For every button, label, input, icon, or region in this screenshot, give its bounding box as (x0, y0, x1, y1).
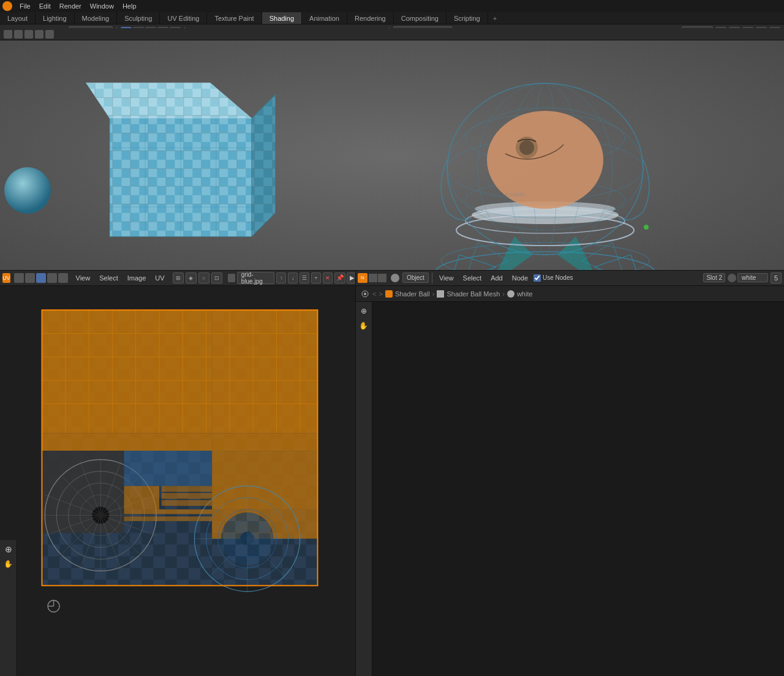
uv-view2-icon[interactable]: ⊡ (211, 272, 222, 284)
uv-img-browse[interactable]: ☰ (300, 272, 309, 284)
uv-editor-panel: UV View Select Image UV ⊞ ◈ ○ ⊡ grid-blu… (0, 270, 355, 676)
uv-forward-icon[interactable]: ▶ (347, 272, 355, 284)
uv-left-tools: ⊕ ✋ (0, 540, 17, 676)
tab-texture-paint[interactable]: Texture Paint (207, 12, 262, 24)
tab-compositing[interactable]: Compositing (394, 12, 447, 24)
menu-help[interactable]: Help (119, 1, 140, 11)
svg-rect-57 (212, 310, 317, 433)
tab-modeling[interactable]: Modeling (75, 12, 118, 24)
hdr-icon-4[interactable] (35, 30, 43, 39)
shader-toolbar: N Object View Select Add Node Use Nodes … (355, 270, 784, 286)
svg-rect-103 (124, 516, 212, 521)
viewport-3d[interactable]: cookie... (0, 40, 784, 270)
shader-view-menu[interactable]: View (435, 273, 458, 283)
material-selector: white (728, 273, 768, 282)
breadcrumb-material[interactable]: white (517, 290, 533, 298)
uv-img-btn-1[interactable]: ↑ (276, 272, 286, 284)
menu-window[interactable]: Window (86, 1, 118, 11)
uv-image-menu[interactable]: Image (124, 273, 150, 283)
uv-image-name[interactable]: grid-blue.jpg (237, 272, 275, 284)
uv-img-icon (228, 274, 235, 282)
robot-3d: cookie... (417, 53, 674, 270)
hdr-icon-5[interactable] (45, 30, 54, 39)
uv-filter-icon[interactable]: ○ (198, 272, 209, 284)
shader-side-tools: ⊕ ✋ (355, 302, 372, 676)
header-icons-bar (0, 28, 784, 40)
hdr-icon-1[interactable] (4, 30, 12, 39)
svg-point-44 (519, 140, 534, 155)
shader-editor-panel: N Object View Select Add Node Use Nodes … (355, 270, 784, 676)
svg-marker-14 (252, 95, 276, 237)
uv-icon-5[interactable] (58, 273, 68, 283)
tab-shading[interactable]: Shading (262, 12, 302, 24)
uv-img-new[interactable]: + (311, 272, 321, 284)
cube-3d (86, 71, 276, 242)
shader-select-menu[interactable]: Select (459, 273, 486, 283)
tab-scripting[interactable]: Scripting (447, 12, 488, 24)
uv-mode-icon[interactable]: ◈ (186, 272, 197, 284)
use-nodes-toggle[interactable] (533, 274, 541, 282)
uv-viewport[interactable] (17, 287, 355, 660)
tab-rendering[interactable]: Rendering (347, 12, 394, 24)
uv-canvas-svg (17, 287, 355, 660)
shader-add-menu[interactable]: Add (487, 273, 507, 283)
material-name[interactable]: white (737, 273, 768, 282)
uv-controls: ⊞ ◈ ○ ⊡ (173, 272, 222, 284)
object-sphere-icon (391, 274, 399, 282)
smode-2[interactable] (378, 274, 386, 282)
shader-breadcrumb: < > Shader Ball › Shader Ball Mesh › whi… (355, 286, 784, 302)
svg-point-23 (441, 242, 649, 270)
panel-divider (355, 270, 356, 676)
uv-icon-3[interactable] (36, 273, 46, 283)
smode-1[interactable] (369, 274, 377, 282)
uv-pin-icon[interactable]: 📌 (334, 272, 345, 284)
uv-select-menu[interactable]: Select (96, 273, 122, 283)
hdr-icon-2[interactable] (14, 30, 23, 39)
menu-render[interactable]: Render (56, 1, 85, 11)
svg-point-101 (221, 513, 273, 565)
breadcrumb-lt: < (372, 290, 376, 298)
breadcrumb-mesh[interactable]: Shader Ball Mesh (447, 290, 500, 298)
tab-sculpting[interactable]: Sculpting (117, 12, 160, 24)
breadcrumb-scene-icon[interactable] (360, 289, 370, 299)
uv-tool-select[interactable]: ⊕ (2, 543, 15, 556)
shader-node-canvas[interactable] (372, 302, 784, 676)
uv-snap-icon[interactable]: ⊞ (173, 272, 184, 284)
uv-uv-menu[interactable]: UV (151, 273, 168, 283)
menu-edit[interactable]: Edit (36, 1, 55, 11)
shader-tool-2[interactable]: ✋ (357, 319, 371, 332)
tab-add[interactable]: + (488, 12, 502, 24)
svg-rect-106 (162, 493, 212, 499)
shader-object-label[interactable]: Object (402, 272, 429, 283)
uv-img-close[interactable]: ✕ (323, 272, 333, 284)
shader-tool-1[interactable]: ⊕ (357, 304, 371, 318)
uv-icon-2[interactable] (25, 273, 35, 283)
uv-view-menu[interactable]: View (72, 273, 94, 283)
slot-dropdown[interactable]: Slot 2 (703, 273, 725, 282)
uv-img-btn-2[interactable]: ↓ (288, 272, 298, 284)
breadcrumb-sep-2: › (502, 290, 505, 298)
uv-icon-1[interactable] (14, 273, 24, 283)
svg-rect-77 (42, 451, 124, 533)
breadcrumb-shader-ball[interactable]: Shader Ball (395, 290, 430, 298)
shader-count: 5 (771, 272, 782, 284)
shader-node-menu[interactable]: Node (508, 273, 532, 283)
tab-uv-editing[interactable]: UV Editing (160, 12, 207, 24)
svg-point-42 (487, 111, 603, 209)
svg-point-21 (4, 167, 51, 214)
tab-layout[interactable]: Layout (0, 12, 36, 24)
breadcrumb-material-icon (507, 290, 514, 298)
svg-point-46 (644, 225, 649, 230)
breadcrumb-mesh-icon (437, 290, 444, 298)
svg-marker-13 (86, 83, 252, 118)
tab-lighting[interactable]: Lighting (36, 12, 75, 24)
uv-tool-hand[interactable]: ✋ (2, 557, 15, 571)
shader-toolbar-left: N (358, 273, 386, 283)
use-nodes-checkbox[interactable]: Use Nodes (533, 274, 573, 282)
uv-icon-4[interactable] (47, 273, 57, 283)
tab-animation[interactable]: Animation (302, 12, 347, 24)
uv-image-field: grid-blue.jpg ↑ ↓ ☰ + ✕ (228, 272, 333, 284)
hdr-icon-3[interactable] (24, 30, 33, 39)
svg-point-114 (364, 293, 366, 295)
menu-file[interactable]: File (16, 1, 34, 11)
